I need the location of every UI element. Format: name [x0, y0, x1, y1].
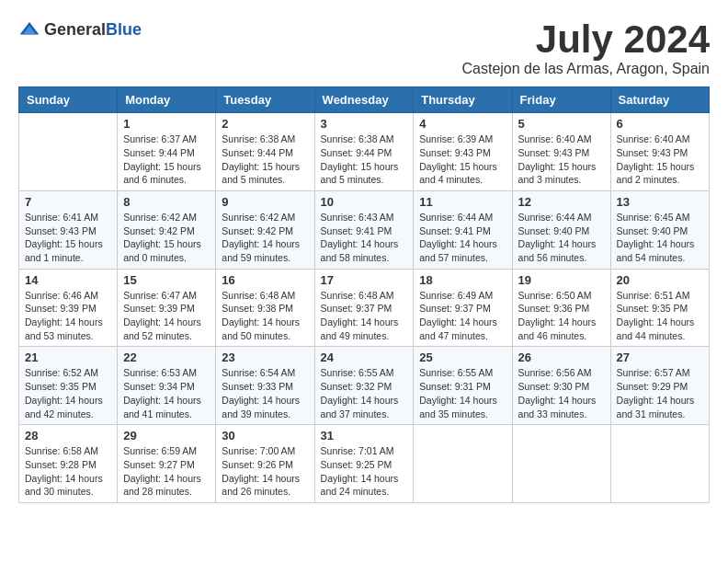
- month-title: July 2024: [462, 18, 711, 61]
- day-number: 28: [25, 429, 111, 442]
- header-thursday: Thursday: [414, 87, 512, 113]
- calendar-cell: 7Sunrise: 6:41 AMSunset: 9:43 PMDaylight…: [19, 190, 118, 269]
- day-info: Sunrise: 6:52 AMSunset: 9:35 PMDaylight:…: [25, 366, 111, 420]
- calendar-cell: 23Sunrise: 6:54 AMSunset: 9:33 PMDayligh…: [216, 347, 314, 425]
- header-wednesday: Wednesday: [314, 87, 414, 113]
- day-info: Sunrise: 6:39 AMSunset: 9:43 PMDaylight:…: [419, 132, 506, 187]
- day-number: 14: [25, 273, 111, 287]
- calendar-cell: 24Sunrise: 6:55 AMSunset: 9:32 PMDayligh…: [314, 347, 414, 425]
- day-info: Sunrise: 6:51 AMSunset: 9:35 PMDaylight:…: [617, 289, 703, 343]
- day-info: Sunrise: 6:53 AMSunset: 9:34 PMDaylight:…: [123, 366, 210, 420]
- day-number: 26: [518, 350, 605, 364]
- day-number: 8: [123, 195, 210, 209]
- calendar-cell: 4Sunrise: 6:39 AMSunset: 9:43 PMDaylight…: [414, 113, 512, 191]
- calendar-cell: 6Sunrise: 6:40 AMSunset: 9:43 PMDaylight…: [610, 113, 709, 191]
- header-friday: Friday: [512, 87, 610, 113]
- header-saturday: Saturday: [610, 87, 709, 113]
- day-info: Sunrise: 7:00 AMSunset: 9:26 PMDaylight:…: [222, 444, 308, 499]
- day-info: Sunrise: 6:44 AMSunset: 9:40 PMDaylight:…: [518, 211, 605, 265]
- day-number: 23: [222, 350, 308, 364]
- day-number: 21: [25, 350, 111, 364]
- day-number: 3: [321, 117, 408, 131]
- day-number: 9: [222, 195, 308, 209]
- header-tuesday: Tuesday: [216, 87, 314, 113]
- day-info: Sunrise: 6:42 AMSunset: 9:42 PMDaylight:…: [222, 211, 308, 265]
- day-info: Sunrise: 6:38 AMSunset: 9:44 PMDaylight:…: [321, 132, 408, 187]
- calendar-cell: [414, 425, 512, 503]
- calendar-cell: 30Sunrise: 7:00 AMSunset: 9:26 PMDayligh…: [216, 425, 314, 503]
- day-info: Sunrise: 6:54 AMSunset: 9:33 PMDaylight:…: [222, 366, 308, 420]
- day-number: 4: [419, 117, 506, 131]
- calendar-cell: 12Sunrise: 6:44 AMSunset: 9:40 PMDayligh…: [512, 190, 610, 269]
- day-number: 16: [222, 273, 308, 287]
- day-number: 29: [123, 429, 210, 442]
- calendar-cell: 16Sunrise: 6:48 AMSunset: 9:38 PMDayligh…: [216, 269, 314, 347]
- calendar-cell: 22Sunrise: 6:53 AMSunset: 9:34 PMDayligh…: [118, 347, 216, 425]
- calendar-cell: 8Sunrise: 6:42 AMSunset: 9:42 PMDaylight…: [118, 190, 216, 269]
- day-info: Sunrise: 6:50 AMSunset: 9:36 PMDaylight:…: [518, 289, 605, 343]
- calendar-cell: 14Sunrise: 6:46 AMSunset: 9:39 PMDayligh…: [19, 269, 118, 347]
- calendar-cell: 31Sunrise: 7:01 AMSunset: 9:25 PMDayligh…: [314, 425, 414, 503]
- title-section: July 2024 Castejon de las Armas, Aragon,…: [462, 18, 711, 77]
- calendar-cell: 10Sunrise: 6:43 AMSunset: 9:41 PMDayligh…: [314, 190, 414, 269]
- day-number: 7: [25, 195, 111, 209]
- calendar-cell: 28Sunrise: 6:58 AMSunset: 9:28 PMDayligh…: [19, 425, 118, 503]
- day-number: 24: [321, 350, 408, 364]
- day-info: Sunrise: 6:45 AMSunset: 9:40 PMDaylight:…: [617, 211, 703, 265]
- day-info: Sunrise: 6:40 AMSunset: 9:43 PMDaylight:…: [518, 132, 605, 187]
- day-info: Sunrise: 6:49 AMSunset: 9:37 PMDaylight:…: [419, 289, 506, 343]
- calendar-header-row: SundayMondayTuesdayWednesdayThursdayFrid…: [19, 87, 710, 113]
- day-info: Sunrise: 6:41 AMSunset: 9:43 PMDaylight:…: [25, 211, 111, 265]
- calendar-cell: 11Sunrise: 6:44 AMSunset: 9:41 PMDayligh…: [414, 190, 512, 269]
- day-info: Sunrise: 6:38 AMSunset: 9:44 PMDaylight:…: [222, 132, 308, 187]
- calendar-cell: 21Sunrise: 6:52 AMSunset: 9:35 PMDayligh…: [19, 347, 118, 425]
- calendar-cell: 5Sunrise: 6:40 AMSunset: 9:43 PMDaylight…: [512, 113, 610, 191]
- day-number: 5: [518, 117, 605, 131]
- calendar-cell: 15Sunrise: 6:47 AMSunset: 9:39 PMDayligh…: [118, 269, 216, 347]
- header-sunday: Sunday: [19, 87, 118, 113]
- day-info: Sunrise: 6:40 AMSunset: 9:43 PMDaylight:…: [617, 132, 703, 187]
- location-title: Castejon de las Armas, Aragon, Spain: [462, 61, 711, 77]
- calendar-week-2: 7Sunrise: 6:41 AMSunset: 9:43 PMDaylight…: [19, 190, 710, 269]
- calendar-cell: 19Sunrise: 6:50 AMSunset: 9:36 PMDayligh…: [512, 269, 610, 347]
- day-number: 2: [222, 117, 308, 131]
- calendar-cell: 17Sunrise: 6:48 AMSunset: 9:37 PMDayligh…: [314, 269, 414, 347]
- day-info: Sunrise: 6:58 AMSunset: 9:28 PMDaylight:…: [25, 444, 111, 499]
- day-info: Sunrise: 6:43 AMSunset: 9:41 PMDaylight:…: [321, 211, 408, 265]
- calendar-table: SundayMondayTuesdayWednesdayThursdayFrid…: [18, 86, 710, 503]
- day-info: Sunrise: 6:48 AMSunset: 9:37 PMDaylight:…: [321, 289, 408, 343]
- calendar-cell: 1Sunrise: 6:37 AMSunset: 9:44 PMDaylight…: [118, 113, 216, 191]
- day-info: Sunrise: 6:57 AMSunset: 9:29 PMDaylight:…: [617, 366, 703, 420]
- calendar-cell: [19, 113, 118, 191]
- calendar-cell: 9Sunrise: 6:42 AMSunset: 9:42 PMDaylight…: [216, 190, 314, 269]
- day-number: 30: [222, 429, 308, 442]
- day-info: Sunrise: 6:56 AMSunset: 9:30 PMDaylight:…: [518, 366, 605, 420]
- calendar-week-5: 28Sunrise: 6:58 AMSunset: 9:28 PMDayligh…: [19, 425, 710, 503]
- day-number: 13: [617, 195, 703, 209]
- calendar-cell: 27Sunrise: 6:57 AMSunset: 9:29 PMDayligh…: [610, 347, 709, 425]
- day-number: 12: [518, 195, 605, 209]
- logo: GeneralBlue: [18, 18, 142, 40]
- day-info: Sunrise: 6:47 AMSunset: 9:39 PMDaylight:…: [123, 289, 210, 343]
- day-number: 6: [617, 117, 703, 131]
- day-number: 18: [419, 273, 506, 287]
- day-info: Sunrise: 6:42 AMSunset: 9:42 PMDaylight:…: [123, 211, 210, 265]
- calendar-cell: 2Sunrise: 6:38 AMSunset: 9:44 PMDaylight…: [216, 113, 314, 191]
- day-number: 20: [617, 273, 703, 287]
- calendar-cell: 26Sunrise: 6:56 AMSunset: 9:30 PMDayligh…: [512, 347, 610, 425]
- calendar-cell: 3Sunrise: 6:38 AMSunset: 9:44 PMDaylight…: [314, 113, 414, 191]
- day-number: 22: [123, 350, 210, 364]
- calendar-cell: 25Sunrise: 6:55 AMSunset: 9:31 PMDayligh…: [414, 347, 512, 425]
- calendar-cell: 29Sunrise: 6:59 AMSunset: 9:27 PMDayligh…: [118, 425, 216, 503]
- day-number: 27: [617, 350, 703, 364]
- day-number: 19: [518, 273, 605, 287]
- day-number: 17: [321, 273, 408, 287]
- calendar-cell: [610, 425, 709, 503]
- day-info: Sunrise: 6:59 AMSunset: 9:27 PMDaylight:…: [123, 444, 210, 499]
- day-number: 15: [123, 273, 210, 287]
- day-info: Sunrise: 7:01 AMSunset: 9:25 PMDaylight:…: [321, 444, 408, 499]
- calendar-week-1: 1Sunrise: 6:37 AMSunset: 9:44 PMDaylight…: [19, 113, 710, 191]
- day-info: Sunrise: 6:55 AMSunset: 9:31 PMDaylight:…: [419, 366, 506, 420]
- calendar-cell: 20Sunrise: 6:51 AMSunset: 9:35 PMDayligh…: [610, 269, 709, 347]
- day-info: Sunrise: 6:44 AMSunset: 9:41 PMDaylight:…: [419, 211, 506, 265]
